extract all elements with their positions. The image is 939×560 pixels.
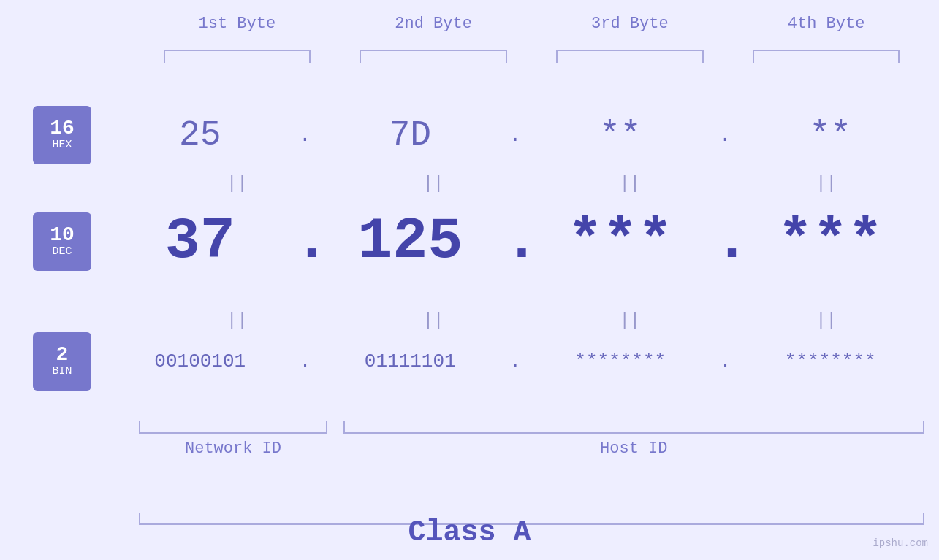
- dec-badge-number: 10: [50, 225, 75, 245]
- hex-badge: 16 HEX: [33, 106, 91, 164]
- dec-val-1: 37: [106, 208, 294, 275]
- hex-badge-name: HEX: [52, 139, 72, 152]
- id-brackets: Network ID Host ID: [139, 421, 924, 458]
- dec-val-3: ***: [526, 208, 715, 275]
- dec-sep-1: .: [294, 208, 316, 275]
- dec-val-4: ***: [737, 208, 925, 275]
- bin-sep-3: .: [715, 350, 737, 372]
- bin-val-1: 00100101: [106, 350, 294, 372]
- byte-header-3: 3rd Byte: [532, 15, 729, 33]
- bin-val-2: 01111101: [316, 350, 505, 372]
- bottom-bracket-row: [139, 421, 924, 434]
- pipe-3: ||: [532, 174, 729, 193]
- dec-badge: 10 DEC: [33, 212, 91, 271]
- hex-sep-3: .: [715, 124, 737, 147]
- dec-val-2: 125: [316, 208, 505, 275]
- class-label: Class A: [0, 516, 939, 549]
- hex-val-2: 7D: [316, 115, 505, 155]
- dec-values: 37 . 125 . *** . ***: [106, 208, 924, 275]
- pipe-row-dec-bin: || || || ||: [139, 310, 924, 330]
- host-id-bracket: [343, 421, 925, 434]
- host-id-label: Host ID: [343, 440, 925, 458]
- pipe-dec-bin-4: ||: [728, 310, 924, 330]
- dec-sep-3: .: [715, 208, 737, 275]
- bracket-cell-1: [139, 50, 335, 63]
- bracket-top-2: [360, 50, 507, 63]
- pipe-4: ||: [728, 174, 924, 193]
- bin-val-3: ********: [526, 350, 715, 372]
- hex-val-1: 25: [106, 115, 294, 155]
- main-container: 1st Byte 2nd Byte 3rd Byte 4th Byte 16 H…: [0, 0, 939, 560]
- pipe-dec-bin-1: ||: [139, 310, 335, 330]
- pipe-row-hex-dec: || || || ||: [139, 174, 924, 193]
- bin-values: 00100101 . 01111101 . ******** . *******…: [106, 350, 924, 372]
- watermark: ipshu.com: [873, 537, 928, 549]
- bin-badge-number: 2: [56, 345, 69, 365]
- hex-val-3: **: [526, 115, 715, 155]
- bracket-top-3: [556, 50, 704, 63]
- top-brackets: [139, 50, 924, 63]
- bracket-top-1: [164, 50, 311, 63]
- network-id-label: Network ID: [139, 440, 327, 458]
- bracket-cell-4: [728, 50, 924, 63]
- bin-badge-name: BIN: [52, 365, 72, 378]
- byte-header-4: 4th Byte: [728, 15, 924, 33]
- hex-badge-number: 16: [50, 118, 75, 139]
- pipe-1: ||: [139, 174, 335, 193]
- id-labels: Network ID Host ID: [139, 440, 924, 458]
- bin-sep-1: .: [294, 350, 316, 372]
- bracket-cell-2: [335, 50, 532, 63]
- dec-sep-2: .: [504, 208, 526, 275]
- byte-header-1: 1st Byte: [139, 15, 335, 33]
- hex-val-4: **: [737, 115, 925, 155]
- bin-val-4: ********: [737, 350, 925, 372]
- hex-values: 25 . 7D . ** . **: [106, 115, 924, 155]
- byte-header-2: 2nd Byte: [335, 15, 532, 33]
- bracket-gap: [327, 421, 343, 434]
- pipe-dec-bin-3: ||: [532, 310, 729, 330]
- hex-sep-2: .: [504, 124, 526, 147]
- dec-badge-name: DEC: [52, 245, 72, 258]
- network-id-bracket: [139, 421, 327, 434]
- byte-headers: 1st Byte 2nd Byte 3rd Byte 4th Byte: [139, 15, 924, 33]
- bracket-top-4: [753, 50, 900, 63]
- pipe-dec-bin-2: ||: [335, 310, 532, 330]
- pipe-2: ||: [335, 174, 532, 193]
- bin-sep-2: .: [504, 350, 526, 372]
- bin-row: 2 BIN 00100101 . 01111101 . ******** . *…: [33, 332, 924, 391]
- bin-badge: 2 BIN: [33, 332, 91, 391]
- dec-row: 10 DEC 37 . 125 . *** . ***: [33, 208, 924, 275]
- hex-row: 16 HEX 25 . 7D . ** . **: [33, 106, 924, 164]
- bracket-cell-3: [532, 50, 729, 63]
- hex-sep-1: .: [294, 124, 316, 147]
